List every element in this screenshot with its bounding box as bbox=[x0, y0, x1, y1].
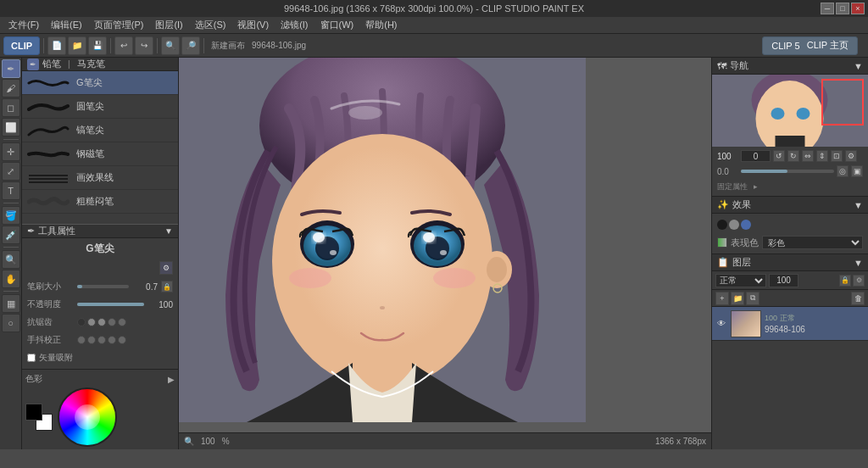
tool-select[interactable]: ⬜ bbox=[2, 118, 20, 136]
settings-icon[interactable]: ⚙ bbox=[159, 261, 173, 275]
opacity-slider[interactable] bbox=[77, 303, 144, 306]
open-button[interactable]: 📁 bbox=[68, 36, 86, 55]
effects-expand[interactable]: ▼ bbox=[854, 200, 863, 210]
effect-express-select[interactable]: 彩色 bbox=[762, 236, 863, 249]
antialias-dot-1[interactable] bbox=[77, 318, 86, 326]
menu-layer[interactable]: 图层(I) bbox=[150, 17, 187, 33]
nav-icon-extra[interactable]: ◎ bbox=[837, 165, 849, 177]
navigator-preview[interactable] bbox=[712, 75, 868, 147]
brush-item-effect[interactable]: 画效果线 bbox=[22, 166, 178, 190]
effect-dot-blue[interactable] bbox=[741, 220, 751, 230]
tool-zoom[interactable]: 🔍 bbox=[2, 250, 20, 269]
size-lock-icon[interactable]: 🔒 bbox=[161, 281, 173, 292]
brush-item-pick[interactable]: 镐笔尖 bbox=[22, 119, 178, 142]
canvas-area[interactable]: 🔍 100 % 1366 x 768px bbox=[179, 58, 711, 449]
brush-item-rough[interactable]: 粗糙闷笔 bbox=[22, 190, 178, 214]
window-controls: ─ □ × bbox=[821, 3, 865, 14]
correction-dot-2[interactable] bbox=[87, 336, 96, 344]
tool-transform[interactable]: ⤢ bbox=[2, 162, 20, 181]
tool-move[interactable]: ✛ bbox=[2, 142, 20, 161]
color-expand-icon[interactable]: ▶ bbox=[168, 375, 175, 384]
svg-point-13 bbox=[313, 232, 325, 242]
correction-dot-4[interactable] bbox=[108, 336, 116, 344]
antialias-dot-3[interactable] bbox=[97, 318, 106, 326]
menu-filter[interactable]: 滤镜(I) bbox=[275, 17, 313, 33]
antialias-dot-5[interactable] bbox=[118, 318, 126, 326]
nav-rotate-left[interactable]: ↺ bbox=[773, 150, 785, 162]
correction-dot-5[interactable] bbox=[118, 336, 126, 344]
layer-visibility-icon[interactable]: 👁 bbox=[715, 318, 727, 330]
tool-eyedropper[interactable]: 💉 bbox=[2, 226, 20, 244]
effects-icon: ✨ bbox=[717, 199, 729, 210]
clip-button[interactable]: CLIP bbox=[3, 36, 40, 55]
menu-select[interactable]: 选区(S) bbox=[190, 17, 231, 33]
expand-icon[interactable]: ▼ bbox=[164, 226, 173, 236]
menu-file[interactable]: 文件(F) bbox=[3, 17, 44, 33]
maximize-button[interactable]: □ bbox=[836, 3, 849, 14]
tool-text[interactable]: T bbox=[2, 181, 20, 200]
zoom-out-button[interactable]: 🔎 bbox=[181, 36, 200, 55]
nav-reset[interactable]: ⊡ bbox=[831, 150, 843, 162]
correction-dot-3[interactable] bbox=[97, 336, 106, 344]
snap-checkbox[interactable] bbox=[27, 354, 36, 362]
nav-rotate-right[interactable]: ↻ bbox=[787, 150, 799, 162]
brush-icon: ✒ bbox=[27, 58, 39, 70]
antialias-dot-4[interactable] bbox=[108, 318, 116, 326]
tool-pen[interactable]: ✒ bbox=[2, 59, 20, 78]
effect-dot-gray[interactable] bbox=[729, 220, 739, 230]
layer-blend-select[interactable]: 正常 bbox=[715, 274, 766, 287]
nav-icon-extra2[interactable]: ▣ bbox=[851, 165, 863, 177]
correction-dot-1[interactable] bbox=[77, 336, 86, 344]
brush-props-title: 工具属性 bbox=[38, 225, 75, 237]
tool-hand[interactable]: ✋ bbox=[2, 270, 20, 288]
brush-preview-rough bbox=[27, 194, 70, 209]
new-canvas-button[interactable]: 📄 bbox=[47, 36, 66, 55]
brush-item-round[interactable]: 圆笔尖 bbox=[22, 95, 178, 119]
layers-expand[interactable]: ▼ bbox=[854, 258, 863, 268]
menu-edit[interactable]: 编辑(E) bbox=[46, 17, 87, 33]
duplicate-layer-btn[interactable]: ⧉ bbox=[746, 292, 760, 305]
nav-flip-v[interactable]: ⇕ bbox=[816, 150, 828, 162]
undo-button[interactable]: ↩ bbox=[114, 36, 133, 55]
tool-eraser[interactable]: ◻ bbox=[2, 98, 20, 117]
tab-label-toolbar: 99648-106.jpg bbox=[250, 41, 308, 50]
svg-point-29 bbox=[771, 108, 785, 120]
nav-rotation-slider[interactable] bbox=[741, 170, 834, 173]
layer-lock-btn[interactable]: 🔒 bbox=[839, 275, 851, 287]
color-wheel-area bbox=[25, 387, 175, 447]
tool-shape[interactable]: ○ bbox=[2, 314, 20, 332]
minimize-button[interactable]: ─ bbox=[821, 3, 834, 14]
nav-settings[interactable]: ⚙ bbox=[845, 150, 857, 162]
color-wheel[interactable] bbox=[58, 387, 117, 447]
menu-page[interactable]: 页面管理(P) bbox=[89, 17, 149, 33]
nav-zoom-input[interactable] bbox=[741, 150, 771, 162]
effect-dot-black[interactable] bbox=[717, 220, 727, 230]
navigator-expand[interactable]: ▼ bbox=[854, 61, 863, 71]
tool-brush[interactable]: 🖌 bbox=[2, 79, 20, 98]
tool-gradient[interactable]: ▦ bbox=[2, 294, 20, 313]
menu-view[interactable]: 视图(V) bbox=[232, 17, 274, 33]
redo-button[interactable]: ↪ bbox=[135, 36, 153, 55]
layer-extra-btn[interactable]: ⚙ bbox=[853, 275, 865, 287]
new-layer-btn[interactable]: + bbox=[715, 292, 729, 305]
brush-name-round: 圆笔尖 bbox=[76, 100, 104, 113]
size-slider[interactable] bbox=[77, 285, 129, 288]
clip-home-button[interactable]: CLIP 5 CLIP 主页 bbox=[762, 36, 858, 55]
antialias-dot-2[interactable] bbox=[87, 318, 96, 326]
fg-color-swatch[interactable] bbox=[25, 404, 42, 421]
menu-help[interactable]: 帮助(H) bbox=[360, 17, 402, 33]
brush-item-steel[interactable]: 钢磁笔 bbox=[22, 142, 178, 166]
nav-flip-h[interactable]: ⇔ bbox=[802, 150, 814, 162]
brush-item-g[interactable]: G笔尖 bbox=[22, 71, 178, 95]
layer-item[interactable]: 👁 100 正常 99648-106 bbox=[712, 307, 868, 341]
delete-layer-btn[interactable]: 🗑 bbox=[851, 292, 865, 305]
tool-fill[interactable]: 🪣 bbox=[2, 206, 20, 225]
new-folder-btn[interactable]: 📁 bbox=[731, 292, 744, 305]
menu-window[interactable]: 窗口(W) bbox=[315, 17, 359, 33]
layers-controls: 正常 🔒 ⚙ bbox=[712, 271, 868, 290]
layer-opacity-input[interactable] bbox=[769, 274, 798, 287]
close-button[interactable]: × bbox=[851, 3, 865, 14]
antialias-label: 抗锯齿 bbox=[27, 316, 74, 328]
save-button[interactable]: 💾 bbox=[88, 36, 107, 55]
zoom-in-button[interactable]: 🔍 bbox=[161, 36, 180, 55]
